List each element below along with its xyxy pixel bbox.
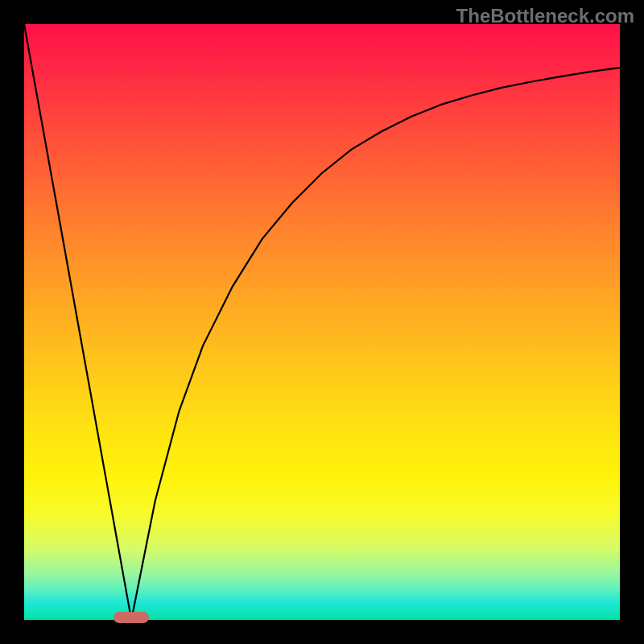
optimal-range-marker — [114, 612, 149, 623]
bottleneck-curve — [24, 24, 620, 620]
curve-path — [24, 24, 620, 620]
plot-area — [24, 24, 620, 620]
watermark-text: TheBottleneck.com — [456, 5, 634, 27]
chart-frame: TheBottleneck.com — [0, 0, 644, 644]
